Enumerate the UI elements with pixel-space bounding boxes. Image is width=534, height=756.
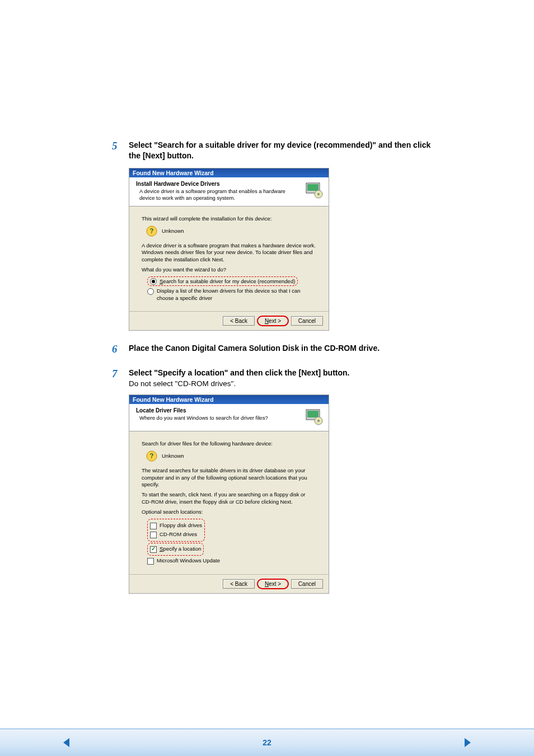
hardware-icon	[305, 407, 324, 426]
wizard-install-drivers: Found New Hardware Wizard Install Hardwa…	[129, 168, 329, 331]
checkbox-label: Floppy disk drives	[160, 522, 202, 529]
svg-text:?: ?	[149, 227, 153, 235]
back-button[interactable]: < Back	[223, 579, 255, 589]
step-number: 7	[112, 368, 129, 380]
radio-display-list[interactable]: Display a list of the known drivers for …	[147, 288, 316, 302]
wizard-body: This wizard will complete the installati…	[129, 206, 329, 311]
next-button[interactable]: Next >	[257, 579, 288, 589]
hardware-icon	[305, 181, 324, 200]
step-subtext: Do not select "CD-ROM drives".	[129, 379, 433, 388]
next-page-icon[interactable]	[461, 737, 472, 748]
checkbox-specify-location[interactable]: Specify a location	[150, 546, 201, 553]
cancel-button[interactable]: Cancel	[291, 579, 323, 589]
back-button[interactable]: < Back	[223, 316, 255, 326]
wizard-line: What do you want the wizard to do?	[142, 266, 316, 273]
svg-point-9	[317, 420, 320, 422]
unknown-label: Unknown	[162, 228, 184, 234]
wizard-header-title: Install Hardware Device Drivers	[136, 181, 302, 187]
wizard-line: The wizard searches for suitable drivers…	[142, 467, 316, 488]
step-title: Select "Specify a location" and then cli…	[129, 368, 433, 378]
page-number: 22	[263, 738, 271, 747]
wizard-line: Search for driver files for the followin…	[142, 440, 316, 447]
wizard-footer: < Back Next > Cancel	[129, 311, 329, 330]
checkbox-icon	[150, 546, 157, 553]
svg-rect-7	[307, 411, 318, 417]
checkbox-cdrom[interactable]: CD-ROM drives	[150, 531, 202, 538]
question-icon: ?	[146, 226, 157, 237]
step-number: 5	[112, 140, 129, 152]
question-icon: ?	[146, 450, 157, 462]
svg-point-3	[317, 193, 320, 195]
radio-search-driver[interactable]: Search for a suitable driver for my devi…	[147, 276, 316, 286]
radio-icon	[150, 278, 157, 285]
checkbox-icon	[150, 523, 157, 529]
wizard-line: To start the search, click Next. If you …	[142, 491, 316, 505]
checkbox-label: Microsoft Windows Update	[157, 557, 220, 564]
footer-bar: 22	[0, 729, 534, 756]
prev-page-icon[interactable]	[62, 737, 73, 748]
wizard-header: Install Hardware Device Drivers A device…	[129, 177, 329, 206]
step-title: Place the Canon Digital Camera Solution …	[129, 343, 433, 354]
wizard-line: This wizard will complete the installati…	[142, 215, 316, 222]
checkbox-icon	[147, 558, 154, 565]
wizard-locate-driver: Found New Hardware Wizard Locate Driver …	[129, 395, 329, 594]
wizard-header-text: Install Hardware Device Drivers A device…	[136, 181, 302, 201]
unknown-device-row: ? Unknown	[146, 226, 316, 237]
checkbox-windows-update[interactable]: Microsoft Windows Update	[147, 557, 316, 565]
radio-icon	[147, 288, 154, 295]
checkbox-floppy[interactable]: Floppy disk drives	[150, 522, 202, 529]
next-button[interactable]: Next >	[257, 316, 288, 326]
radio-label: Display a list of the known drivers for …	[157, 288, 316, 302]
wizard-header-title: Locate Driver Files	[136, 407, 302, 414]
unknown-label: Unknown	[162, 453, 184, 459]
svg-rect-1	[307, 184, 318, 191]
step-6: 6 Place the Canon Digital Camera Solutio…	[112, 343, 433, 355]
wizard-line: A device driver is a software program th…	[142, 242, 316, 263]
step-body: Place the Canon Digital Camera Solution …	[129, 343, 433, 354]
step-5: 5 Select "Search for a suitable driver f…	[112, 140, 433, 161]
step-number: 6	[112, 343, 129, 355]
page-content: 5 Select "Search for a suitable driver f…	[0, 0, 534, 594]
checkbox-icon	[150, 532, 157, 538]
wizard-body: Search for driver files for the followin…	[129, 431, 329, 574]
checkbox-label: CD-ROM drives	[160, 531, 197, 538]
step-7: 7 Select "Specify a location" and then c…	[112, 368, 433, 388]
svg-marker-13	[465, 738, 471, 747]
svg-text:?: ?	[149, 452, 153, 460]
step-body: Select "Search for a suitable driver for…	[129, 140, 433, 161]
window-titlebar: Found New Hardware Wizard	[129, 395, 329, 404]
cancel-button[interactable]: Cancel	[291, 316, 323, 326]
step-title: Select "Search for a suitable driver for…	[129, 140, 433, 161]
wizard-header-sub: Where do you want Windows to search for …	[136, 415, 302, 421]
svg-marker-12	[63, 738, 69, 747]
wizard-header-text: Locate Driver Files Where do you want Wi…	[136, 407, 302, 421]
wizard-footer: < Back Next > Cancel	[129, 574, 329, 593]
checkbox-label: Specify a location	[160, 546, 201, 552]
wizard-line: Optional search locations:	[142, 509, 316, 515]
wizard-header: Locate Driver Files Where do you want Wi…	[129, 404, 329, 431]
radio-label: Search for a suitable driver for my devi…	[160, 278, 295, 285]
window-titlebar: Found New Hardware Wizard	[129, 168, 329, 177]
unknown-device-row: ? Unknown	[146, 450, 316, 462]
step-body: Select "Specify a location" and then cli…	[129, 368, 433, 388]
wizard-header-sub: A device driver is a software program th…	[136, 188, 302, 201]
